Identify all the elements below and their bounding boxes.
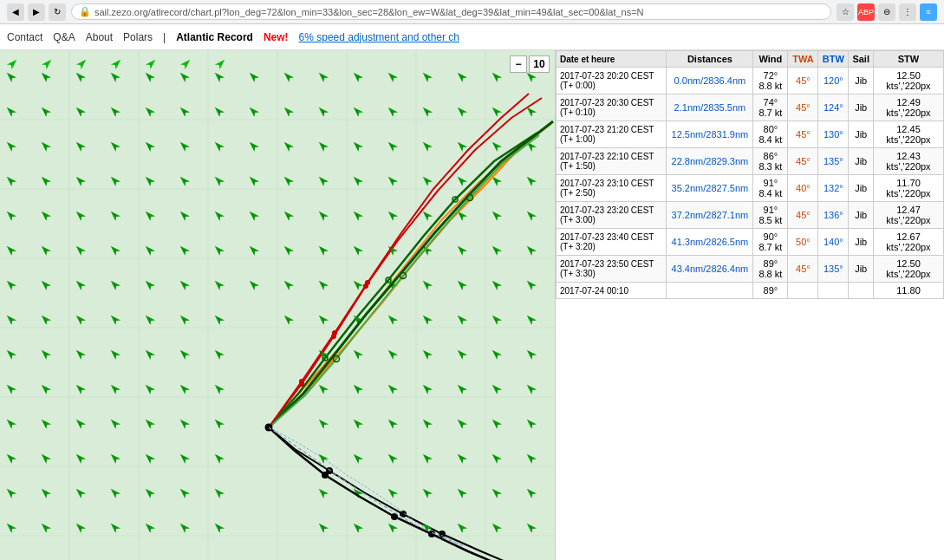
svg-marker-128 <box>524 244 537 256</box>
url-bar[interactable]: 🔒 sail.zezo.org/atlrecord/chart.pl?lon_d… <box>71 3 831 20</box>
cell-dist: 2.1nm/2835.5nm <box>667 94 753 121</box>
svg-marker-71 <box>212 140 225 152</box>
table-row: 2017-07-23 23:40 CEST (T+ 3:20) 41.3nm/2… <box>557 229 944 256</box>
svg-marker-74 <box>316 140 329 152</box>
svg-marker-147 <box>74 313 86 325</box>
cell-sail: Jib <box>849 175 874 202</box>
cell-date: 2017-07-23 23:50 CEST (T+ 3:30) <box>557 256 667 283</box>
cell-wind: 80°8.4 kt <box>753 121 788 148</box>
svg-marker-64 <box>524 105 537 117</box>
cell-sail: Jib <box>849 121 874 148</box>
svg-marker-200 <box>490 417 502 429</box>
svg-marker-62 <box>455 105 467 117</box>
cell-dist: 12.5nm/2831.9nm <box>667 121 753 148</box>
svg-marker-217 <box>39 486 51 498</box>
cell-date: 2017-07-23 20:30 CEST (T+ 0:10) <box>557 94 667 121</box>
map-area[interactable]: − 10 <box>0 50 555 560</box>
svg-marker-92 <box>386 174 398 186</box>
cell-date: 2017-07-23 22:10 CEST (T+ 1:50) <box>557 148 667 175</box>
reload-button[interactable]: ↻ <box>49 3 66 21</box>
svg-marker-229 <box>524 486 537 498</box>
svg-marker-169 <box>386 348 398 360</box>
zoom-button[interactable]: ⊖ <box>878 3 895 21</box>
map-controls[interactable]: − 10 <box>510 55 550 73</box>
svg-marker-176 <box>74 382 86 394</box>
svg-marker-69 <box>143 140 155 152</box>
svg-marker-73 <box>282 140 294 152</box>
svg-marker-236 <box>212 521 225 533</box>
svg-marker-183 <box>386 382 398 394</box>
nav-polars[interactable]: Polars <box>123 31 153 43</box>
nav-announcement-link[interactable]: 6% speed adjustment and other ch <box>299 31 459 43</box>
cell-stw: 12.49 kts','220px <box>873 94 943 121</box>
svg-marker-150 <box>178 313 190 325</box>
cell-wind: 74°8.7 kt <box>753 94 788 121</box>
svg-marker-202 <box>4 452 16 464</box>
new-badge: New! <box>264 31 289 43</box>
browser-action-buttons[interactable]: ☆ ABP ⊖ ⋮ ≡ <box>837 3 937 21</box>
svg-marker-174 <box>4 382 16 394</box>
cell-wind: 89°8.8 kt <box>753 256 788 283</box>
cell-twa: 45° <box>788 68 818 94</box>
cell-wind: 86°8.3 kt <box>753 148 788 175</box>
svg-marker-49 <box>4 105 16 117</box>
svg-marker-222 <box>212 486 225 498</box>
svg-marker-120 <box>247 244 259 256</box>
forward-button[interactable]: ▶ <box>28 3 45 21</box>
svg-marker-152 <box>282 313 294 325</box>
svg-marker-188 <box>4 417 16 429</box>
browser-nav-buttons[interactable]: ◀ ▶ ↻ <box>7 3 66 21</box>
zoom-level: 10 <box>529 55 550 73</box>
data-table-container[interactable]: Date et heure Distances Wind TWA BTW Sai… <box>555 50 944 560</box>
svg-marker-187 <box>524 382 537 394</box>
svg-marker-65 <box>4 140 16 152</box>
svg-marker-173 <box>524 348 537 360</box>
svg-marker-85 <box>143 174 155 186</box>
svg-marker-54 <box>178 105 190 117</box>
svg-marker-191 <box>108 417 120 429</box>
svg-marker-232 <box>74 521 86 533</box>
extension-button[interactable]: ≡ <box>920 3 937 21</box>
cell-stw: 12.50 kts','220px <box>873 256 943 283</box>
svg-marker-138 <box>316 278 329 290</box>
svg-marker-86 <box>178 174 190 186</box>
svg-marker-123 <box>351 244 363 256</box>
svg-marker-227 <box>455 486 467 498</box>
svg-marker-87 <box>212 174 225 186</box>
svg-marker-156 <box>420 313 433 325</box>
svg-marker-136 <box>247 278 259 290</box>
svg-marker-36 <box>108 70 120 82</box>
svg-marker-104 <box>247 209 259 221</box>
cell-date: 2017-07-23 23:40 CEST (T+ 3:20) <box>557 229 667 256</box>
svg-marker-56 <box>247 105 259 117</box>
cell-twa <box>788 283 818 299</box>
table-row: 2017-07-23 22:10 CEST (T+ 1:50) 22.8nm/2… <box>557 148 944 175</box>
svg-marker-40 <box>247 70 259 82</box>
cell-sail <box>849 283 874 299</box>
nav-qa[interactable]: Q&A <box>53 31 75 43</box>
svg-marker-98 <box>39 209 51 221</box>
svg-marker-63 <box>490 105 502 117</box>
svg-marker-42 <box>316 70 329 82</box>
svg-marker-237 <box>316 521 329 533</box>
svg-marker-241 <box>455 521 467 533</box>
cell-twa: 45° <box>788 94 818 121</box>
nav-contact[interactable]: Contact <box>7 31 42 43</box>
svg-marker-37 <box>143 70 155 82</box>
svg-marker-108 <box>386 209 398 221</box>
cell-sail: Jib <box>849 94 874 121</box>
settings-button[interactable]: ⋮ <box>899 3 916 21</box>
cell-twa: 45° <box>788 148 818 175</box>
back-button[interactable]: ◀ <box>7 3 24 21</box>
svg-marker-105 <box>282 209 294 221</box>
svg-marker-166 <box>212 348 225 360</box>
cell-btw: 136° <box>818 202 849 229</box>
svg-marker-177 <box>108 382 120 394</box>
svg-marker-116 <box>108 244 120 256</box>
svg-marker-103 <box>212 209 225 221</box>
svg-marker-151 <box>212 313 225 325</box>
nav-about[interactable]: About <box>86 31 113 43</box>
bookmark-button[interactable]: ☆ <box>837 3 854 21</box>
menu-button[interactable]: ABP <box>857 3 875 21</box>
minus-button[interactable]: − <box>510 55 527 73</box>
